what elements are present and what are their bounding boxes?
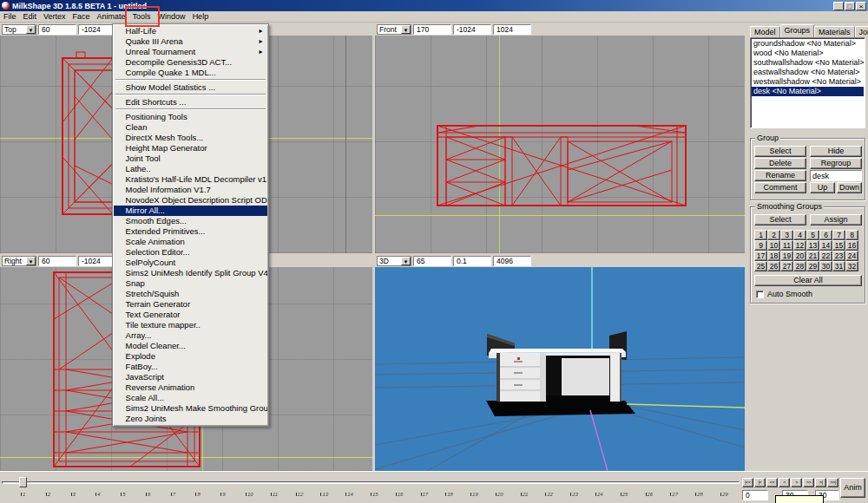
smoothing-group-number-button[interactable]: 16 xyxy=(845,240,858,251)
smoothing-group-number-button[interactable]: 29 xyxy=(806,261,819,271)
smoothing-group-number-button[interactable]: 30 xyxy=(819,261,832,271)
smoothing-group-number-button[interactable]: 11 xyxy=(780,240,793,251)
group-list[interactable]: groundshadow <No Material> wood <No Mate… xyxy=(750,37,865,128)
group-list-item[interactable]: groundshadow <No Material> xyxy=(752,39,864,49)
tools-menu-item[interactable]: Edit Shortcuts ... ▸ xyxy=(114,97,267,108)
panel-tab[interactable]: Materials xyxy=(814,26,855,37)
tools-menu-item[interactable]: Clean ▸ xyxy=(114,122,267,133)
timeline-slider-handle[interactable] xyxy=(19,477,27,487)
viewport-zoom-field[interactable]: 60 xyxy=(38,24,76,35)
tools-menu-item[interactable]: Model Information V1.7 ▸ xyxy=(114,185,267,195)
smoothing-group-number-button[interactable]: 4 xyxy=(793,230,806,240)
viewport-max-field[interactable]: 1024 xyxy=(493,24,531,35)
panel-tab[interactable]: Model xyxy=(750,26,780,37)
smoothing-group-number-button[interactable]: 6 xyxy=(819,230,832,240)
tools-menu-item[interactable]: Snap ▸ xyxy=(114,278,267,289)
viewport-top-mode-select[interactable]: Top ▼ xyxy=(2,24,36,35)
smoothing-group-number-button[interactable]: 22 xyxy=(819,251,832,261)
tools-menu-item[interactable]: JavaScript ▸ xyxy=(114,372,267,382)
group-comment-button[interactable]: Comment xyxy=(754,182,806,193)
viewport-3d-canvas[interactable] xyxy=(375,267,745,471)
viewport-zoom-field[interactable]: 170 xyxy=(413,24,451,35)
tools-menu-item[interactable]: Scale All... ▸ xyxy=(114,393,267,403)
viewport-min-field[interactable]: -1024 xyxy=(78,256,116,266)
tools-menu-item[interactable]: Stretch/Squish ▸ xyxy=(114,289,267,299)
tools-menu-item[interactable]: Terrain Generator ▸ xyxy=(114,299,267,310)
tools-menu-item[interactable]: Tile texture mapper.. ▸ xyxy=(114,320,267,330)
smoothing-group-number-button[interactable]: 1 xyxy=(754,230,767,240)
smoothing-group-number-button[interactable]: 7 xyxy=(832,230,845,240)
group-list-item[interactable]: southwallshadow <No Material> xyxy=(752,58,864,68)
tools-menu-item[interactable]: Show Model Statistics ... ▸ xyxy=(114,82,267,93)
tools-menu-item[interactable]: Half-Life ▸ xyxy=(114,26,267,36)
group-hide-button[interactable]: Hide xyxy=(810,146,862,157)
smoothing-group-number-button[interactable]: 26 xyxy=(767,261,780,271)
smoothing-group-number-button[interactable]: 14 xyxy=(819,240,832,251)
restore-icon[interactable]: □ xyxy=(845,2,855,10)
tools-menu-item[interactable]: SelPolyCount ▸ xyxy=(114,258,267,268)
viewport-near-field[interactable]: 0.1 xyxy=(453,256,491,266)
group-list-item[interactable]: westwallshadow <No Material> xyxy=(752,77,864,87)
group-delete-button[interactable]: Delete xyxy=(754,158,806,169)
smoothing-select-button[interactable]: Select xyxy=(754,214,806,225)
smoothing-group-number-button[interactable]: 23 xyxy=(832,251,845,261)
tools-menu-item[interactable]: Text Generator ▸ xyxy=(114,310,267,320)
group-list-item[interactable]: desk <No Material> xyxy=(752,87,864,96)
close-icon[interactable]: × xyxy=(856,2,866,10)
chevron-down-icon[interactable]: ▼ xyxy=(401,257,411,265)
smoothing-group-number-button[interactable]: 27 xyxy=(780,261,793,271)
tools-menu-item[interactable]: Extended Primitives... ▸ xyxy=(114,226,267,237)
playback-button[interactable]: >| xyxy=(815,478,826,487)
tools-menu-item[interactable]: Model Cleaner... ▸ xyxy=(114,341,267,351)
viewport-zoom-field[interactable]: 60 xyxy=(38,256,76,266)
group-list-item[interactable]: wood <No Material> xyxy=(752,49,864,58)
tools-menu-item[interactable]: Decompile Genesis3D ACT... ▸ xyxy=(114,57,267,68)
smoothing-group-number-button[interactable]: 2 xyxy=(767,230,780,240)
group-up-button[interactable]: Up xyxy=(810,182,835,193)
menu-vertex[interactable]: Vertex xyxy=(40,11,69,23)
clear-all-button[interactable]: Clear All xyxy=(754,275,862,286)
smoothing-group-number-button[interactable]: 8 xyxy=(845,230,858,240)
viewport-front-mode-select[interactable]: Front ▼ xyxy=(377,24,411,35)
timeline-track[interactable] xyxy=(2,481,740,484)
tools-menu-item[interactable]: Selection Editor... ▸ xyxy=(114,247,267,258)
tools-menu-item[interactable]: Sims2 UniMesh Make Smoothing Groups V4.0… xyxy=(114,403,267,414)
current-frame-field[interactable]: 0 xyxy=(742,490,768,500)
tools-menu-item[interactable]: Joint Tool ▸ xyxy=(114,154,267,164)
playback-button[interactable]: << xyxy=(766,478,778,487)
playback-button[interactable]: |< xyxy=(754,478,766,487)
smoothing-group-number-button[interactable]: 13 xyxy=(806,240,819,251)
smoothing-group-number-button[interactable]: 12 xyxy=(793,240,806,251)
group-name-input[interactable] xyxy=(810,170,862,181)
tools-menu-item[interactable]: FatBoy... ▸ xyxy=(114,362,267,372)
smoothing-group-number-button[interactable]: 20 xyxy=(793,251,806,261)
menu-edit[interactable]: Edit xyxy=(20,11,41,23)
playback-button[interactable]: |<< xyxy=(742,478,753,487)
tools-menu-item[interactable]: NovodeX Object Description Script ODS...… xyxy=(114,195,267,206)
tools-menu-item[interactable]: Unreal Tournament ▸ xyxy=(114,47,267,57)
chevron-down-icon[interactable]: ▼ xyxy=(401,25,411,34)
tools-menu-item[interactable]: Compile Quake 1 MDL... ▸ xyxy=(114,68,267,78)
smoothing-group-number-button[interactable]: 25 xyxy=(754,261,767,271)
smoothing-group-number-button[interactable]: 31 xyxy=(832,261,845,271)
tools-menu-item[interactable]: Positioning Tools ▸ xyxy=(114,112,267,122)
viewport-3d-mode-select[interactable]: 3D ▼ xyxy=(377,256,411,266)
viewport-min-field[interactable]: -1024 xyxy=(453,24,491,35)
panel-tab[interactable]: Joints xyxy=(855,26,868,37)
viewport-front-canvas[interactable] xyxy=(375,36,745,253)
tools-menu-item[interactable]: Scale Animation ▸ xyxy=(114,237,267,247)
smoothing-group-number-button[interactable]: 19 xyxy=(780,251,793,261)
menu-help[interactable]: Help xyxy=(189,11,213,23)
tools-menu-item[interactable]: DirectX Mesh Tools... ▸ xyxy=(114,133,267,143)
tools-menu-item[interactable]: Explode ▸ xyxy=(114,351,267,362)
viewport-min-field[interactable]: -1024 xyxy=(78,24,116,35)
tools-menu-item[interactable]: Lathe.. ▸ xyxy=(114,164,267,174)
group-rename-button[interactable]: Rename xyxy=(754,170,806,181)
menu-window[interactable]: Window xyxy=(155,11,189,23)
menu-file[interactable]: File xyxy=(0,11,20,23)
anim-toggle-button[interactable]: Anim xyxy=(840,478,865,498)
tools-menu-item[interactable]: Smooth Edges... ▸ xyxy=(114,216,267,226)
group-down-button[interactable]: Down xyxy=(837,182,862,193)
smoothing-group-number-button[interactable]: 18 xyxy=(767,251,780,261)
chevron-down-icon[interactable]: ▼ xyxy=(26,257,36,265)
